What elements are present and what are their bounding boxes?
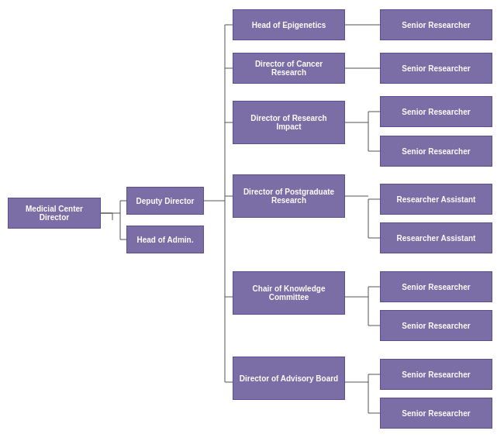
senior-researcher-4-node: Senior Researcher [380, 136, 492, 167]
senior-researcher-7-node: Senior Researcher [380, 359, 492, 390]
researcher-assistant-1-node: Researcher Assistant [380, 184, 492, 215]
researcher-assistant-2-node: Researcher Assistant [380, 222, 492, 253]
senior-researcher-1-node: Senior Researcher [380, 9, 492, 40]
senior-researcher-3-node: Senior Researcher [380, 96, 492, 127]
deputy-director-node: Deputy Director [126, 187, 204, 215]
director-of-cancer-node: Director of Cancer Research [233, 53, 345, 84]
chair-of-knowledge-node: Chair of Knowledge Committee [233, 271, 345, 315]
director-of-postgraduate-node: Director of Postgraduate Research [233, 174, 345, 218]
senior-researcher-2-node: Senior Researcher [380, 53, 492, 84]
medicial-center-director-node: Medicial Center Director [8, 198, 101, 229]
senior-researcher-6-node: Senior Researcher [380, 310, 492, 341]
head-of-epigenetics-node: Head of Epigenetics [233, 9, 345, 40]
head-of-admin-node: Head of Admin. [126, 226, 204, 253]
senior-researcher-8-node: Senior Researcher [380, 398, 492, 429]
senior-researcher-5-node: Senior Researcher [380, 271, 492, 302]
org-chart: Medicial Center Director Deputy Director… [0, 0, 504, 441]
director-of-research-impact-node: Director of Research Impact [233, 101, 345, 144]
director-of-advisory-node: Director of Advisory Board [233, 357, 345, 400]
